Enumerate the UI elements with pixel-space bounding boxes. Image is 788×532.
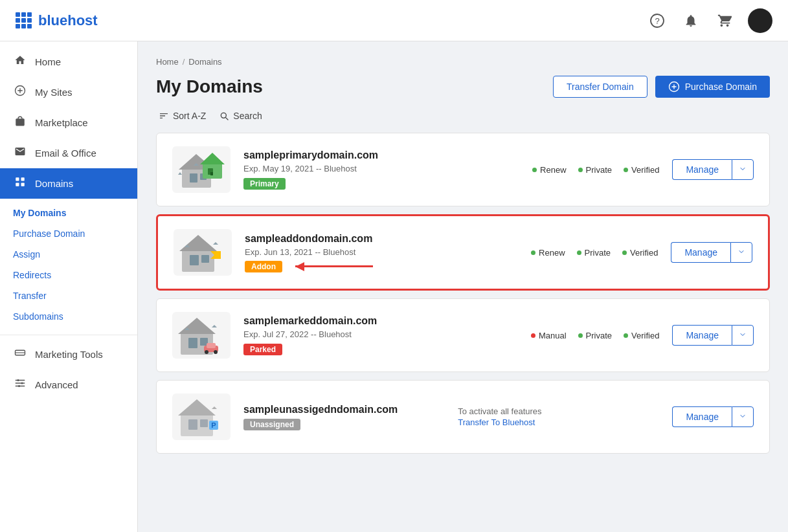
badge-unassigned: Unassigned: [243, 419, 300, 430]
status-private-addon: Private: [577, 248, 611, 258]
domain-status-parked: Manual Private Verified: [531, 331, 659, 340]
domain-card-addon: sampleaddondomain.com Exp. Jun 13, 2021 …: [156, 214, 770, 291]
sidebar-item-advanced[interactable]: Advanced: [0, 370, 137, 400]
svg-marker-29: [213, 242, 218, 245]
sidebar: Home My Sites Marketplace Email & Office…: [0, 41, 138, 532]
verified-label: Verified: [631, 165, 659, 175]
domain-name-parked: samplemarkeddomain.com: [243, 315, 518, 327]
page-actions: Transfer Domain Purchase Domain: [553, 76, 770, 98]
sidebar-item-home[interactable]: Home: [0, 47, 137, 77]
sidebar-sub-my-domains[interactable]: My Domains: [0, 203, 137, 223]
domain-thumb-unassigned: P: [172, 393, 231, 440]
help-icon[interactable]: ?: [647, 10, 668, 31]
toolbar: Sort A-Z Search: [156, 111, 770, 121]
private-label-parked: Private: [586, 331, 612, 340]
purchase-domain-button[interactable]: Purchase Domain: [655, 76, 770, 98]
logo-grid-icon: [16, 12, 32, 28]
svg-rect-25: [190, 255, 199, 265]
transfer-to-bluehost-link[interactable]: Transfer To Bluehost: [458, 417, 535, 427]
manage-button-addon[interactable]: Manage: [671, 242, 730, 263]
layout: Home My Sites Marketplace Email & Office…: [0, 41, 788, 532]
bell-icon[interactable]: [681, 10, 701, 31]
breadcrumb: Home / Domains: [156, 57, 770, 67]
sidebar-item-email-office[interactable]: Email & Office: [0, 138, 137, 168]
sort-button[interactable]: Sort A-Z: [159, 111, 206, 121]
sidebar-item-my-sites[interactable]: My Sites: [0, 77, 137, 107]
domain-status-primary: Renew Private Verified: [532, 165, 659, 175]
advanced-icon: [13, 377, 27, 392]
domain-exp-parked: Exp. Jul 27, 2022 -- Bluehost: [243, 329, 518, 339]
svg-rect-32: [188, 338, 197, 348]
domain-exp-primary: Exp. May 19, 2021 -- Bluehost: [243, 164, 519, 173]
domain-thumb-addon: [174, 229, 232, 276]
verified-label-addon: Verified: [630, 248, 658, 258]
chevron-down-icon-addon: [737, 248, 745, 256]
sidebar-sub-purchase-domain[interactable]: Purchase Domain: [0, 223, 137, 244]
status-verified-addon: Verified: [622, 248, 658, 258]
header-icons: ?: [647, 8, 772, 33]
domain-thumb-parked: [172, 312, 231, 359]
domain-actions-addon: Manage: [671, 242, 752, 263]
transfer-domain-button[interactable]: Transfer Domain: [553, 76, 647, 98]
sidebar-item-marketing-tools[interactable]: Marketing Tools: [0, 339, 137, 370]
chevron-down-icon: [739, 165, 747, 173]
svg-marker-24: [179, 235, 217, 251]
domain-info-parked: samplemarkeddomain.com Exp. Jul 27, 2022…: [243, 315, 518, 355]
status-renew-primary: Renew: [532, 165, 566, 175]
svg-rect-15: [190, 173, 197, 183]
logo-text: bluehost: [38, 12, 98, 29]
domain-card-unassigned: P sampleunassigedndomain.com Unassigned …: [156, 380, 770, 454]
domain-activate: To activate all features Transfer To Blu…: [458, 406, 659, 428]
manage-button-primary[interactable]: Manage: [672, 159, 732, 180]
manage-button-unassigned[interactable]: Manage: [672, 406, 732, 427]
svg-marker-39: [212, 325, 217, 327]
search-button[interactable]: Search: [219, 111, 262, 121]
verified-label-parked: Verified: [631, 331, 659, 340]
sidebar-item-domains[interactable]: Domains: [0, 168, 137, 199]
manage-dropdown-primary[interactable]: [732, 159, 754, 180]
sidebar-sub-redirects[interactable]: Redirects: [0, 265, 137, 285]
verified-dot: [624, 168, 628, 172]
arrow-annotation: [295, 265, 373, 267]
renew-dot-addon: [531, 250, 535, 255]
badge-primary: Primary: [243, 178, 286, 190]
sidebar-sub-subdomains[interactable]: Subdomains: [0, 306, 137, 327]
badge-parked: Parked: [243, 344, 282, 355]
svg-marker-41: [178, 399, 216, 416]
activate-text: To activate all features: [458, 406, 659, 416]
svg-marker-22: [178, 172, 182, 175]
svg-rect-43: [200, 419, 208, 427]
badge-addon: Addon: [245, 261, 282, 272]
svg-rect-6: [21, 183, 25, 186]
arrow-line: [295, 265, 373, 267]
svg-rect-42: [188, 419, 197, 430]
svg-point-11: [18, 385, 20, 387]
svg-point-37: [214, 350, 218, 354]
cart-icon[interactable]: [714, 10, 735, 31]
manage-dropdown-addon[interactable]: [730, 242, 752, 263]
sidebar-item-marketplace[interactable]: Marketplace: [0, 107, 137, 138]
manage-dropdown-unassigned[interactable]: [732, 406, 754, 427]
svg-point-9: [17, 379, 19, 381]
domain-info-primary: sampleprimarydomain.com Exp. May 19, 202…: [243, 150, 519, 190]
svg-text:P: P: [211, 421, 216, 429]
wordpress-icon: [13, 85, 27, 100]
domains-icon: [13, 176, 27, 191]
renew-dot: [532, 168, 537, 172]
chevron-down-icon-parked: [739, 331, 747, 338]
svg-rect-5: [16, 183, 19, 186]
avatar[interactable]: [748, 8, 772, 33]
sidebar-item-home-label: Home: [35, 56, 61, 67]
page-header: My Domains Transfer Domain Purchase Doma…: [156, 76, 770, 98]
manage-button-parked[interactable]: Manage: [672, 325, 732, 346]
manual-label: Manual: [539, 331, 567, 340]
status-renew-addon: Renew: [531, 248, 565, 258]
sidebar-sub-transfer[interactable]: Transfer: [0, 285, 137, 306]
page-title: My Domains: [156, 76, 263, 97]
logo[interactable]: bluehost: [16, 12, 98, 29]
domain-info-addon: sampleaddondomain.com Exp. Jun 13, 2021 …: [245, 233, 518, 272]
breadcrumb-home[interactable]: Home: [156, 57, 179, 67]
domain-thumb-primary: [172, 146, 231, 193]
manage-dropdown-parked[interactable]: [732, 325, 754, 346]
sidebar-sub-assign[interactable]: Assign: [0, 244, 137, 265]
